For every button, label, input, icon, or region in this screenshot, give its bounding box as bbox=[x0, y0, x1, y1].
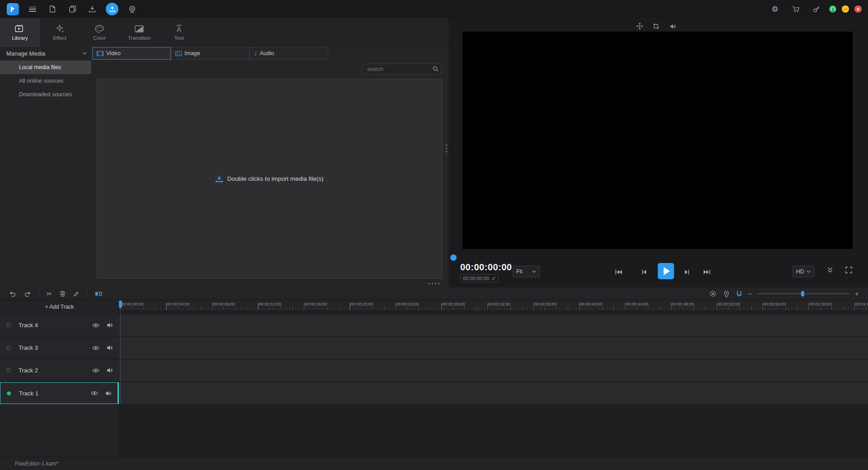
zoom-in-button[interactable]: + bbox=[852, 287, 862, 300]
import-button[interactable] bbox=[85, 2, 99, 16]
media-import-drop-area[interactable]: Double clicks to import media file(s) bbox=[96, 79, 443, 279]
track-target-indicator[interactable] bbox=[6, 323, 10, 327]
undo-button[interactable] bbox=[9, 291, 16, 297]
next-frame-button[interactable] bbox=[681, 268, 692, 276]
track-visibility-button[interactable] bbox=[91, 321, 101, 330]
seek-handle[interactable] bbox=[450, 254, 457, 261]
new-project-button[interactable] bbox=[45, 2, 60, 16]
pin-icon bbox=[724, 291, 729, 297]
split-button[interactable] bbox=[95, 291, 102, 297]
music-note-icon: ♪ bbox=[254, 51, 257, 56]
transform-move-button[interactable] bbox=[635, 21, 645, 31]
snap-toggle-button[interactable] bbox=[734, 287, 744, 300]
zoom-slider-handle[interactable] bbox=[801, 291, 804, 296]
track-lane[interactable] bbox=[119, 382, 868, 404]
text-icon bbox=[175, 24, 184, 33]
delete-button[interactable] bbox=[60, 291, 66, 297]
tab-text[interactable]: Text bbox=[159, 18, 199, 47]
panel-resize-handle-vertical[interactable] bbox=[446, 145, 447, 155]
track-header-selected[interactable]: Track 1 bbox=[0, 382, 119, 404]
marker-button[interactable] bbox=[722, 287, 731, 300]
track-mute-button[interactable] bbox=[105, 321, 115, 330]
manage-media-dropdown[interactable]: Manage Media bbox=[0, 47, 91, 60]
track-lane[interactable] bbox=[119, 337, 868, 359]
track-visibility-button[interactable] bbox=[91, 366, 101, 375]
fit-select[interactable]: Fit bbox=[513, 266, 540, 277]
sidebar-item-downloaded-sources[interactable]: Downloaded sources bbox=[0, 88, 91, 101]
track-header[interactable]: Track 2 bbox=[0, 360, 119, 381]
download-icon bbox=[89, 5, 96, 13]
projects-button[interactable] bbox=[65, 2, 80, 16]
export-button[interactable] bbox=[105, 2, 119, 16]
headset-icon bbox=[830, 7, 835, 11]
cut-button[interactable]: ✂ bbox=[47, 291, 52, 297]
edit-button[interactable] bbox=[73, 291, 79, 297]
duration-timecode: 00:00:00:00 bbox=[460, 274, 499, 282]
preview-volume-button[interactable] bbox=[668, 21, 678, 31]
tab-effect[interactable]: Effect bbox=[40, 18, 80, 47]
ruler-label: 00:00:16;00 bbox=[304, 301, 327, 306]
track-lane[interactable] bbox=[119, 315, 868, 336]
login-button[interactable] bbox=[809, 2, 824, 16]
tab-library[interactable]: Library bbox=[0, 18, 40, 47]
crop-button[interactable] bbox=[651, 21, 661, 31]
fullscreen-button[interactable] bbox=[845, 267, 852, 273]
speaker-icon bbox=[670, 24, 677, 29]
track-header[interactable]: Track 3 bbox=[0, 337, 119, 359]
track-mute-button[interactable] bbox=[104, 389, 113, 398]
track-target-indicator[interactable] bbox=[6, 346, 10, 350]
track-target-indicator[interactable] bbox=[7, 391, 11, 395]
tab-transition[interactable]: Transition bbox=[119, 18, 159, 47]
redo-button[interactable] bbox=[24, 291, 31, 297]
track-target-indicator[interactable] bbox=[6, 368, 10, 372]
app-logo bbox=[5, 2, 20, 16]
media-type-tab-video[interactable]: Video bbox=[92, 47, 171, 60]
chevron-down-icon bbox=[82, 52, 87, 55]
pencil-icon bbox=[73, 291, 79, 297]
search-input[interactable] bbox=[363, 64, 442, 75]
zoom-out-button[interactable]: − bbox=[745, 287, 755, 300]
track-header[interactable]: Track 4 bbox=[0, 315, 119, 336]
transition-icon bbox=[135, 25, 144, 33]
ruler-label: 00:00:08;00 bbox=[212, 301, 235, 306]
add-track-button[interactable]: + Add Track bbox=[0, 303, 119, 311]
play-button[interactable] bbox=[658, 263, 674, 279]
ruler-label: 00:00:12;00 bbox=[259, 301, 281, 306]
minimize-button[interactable]: – bbox=[842, 5, 849, 13]
support-button[interactable] bbox=[829, 5, 836, 13]
tab-color[interactable]: Color bbox=[80, 18, 119, 47]
playhead-marker[interactable] bbox=[119, 301, 122, 308]
tab-label: Text bbox=[174, 35, 184, 41]
statusbar: PawEditor-1.kam* bbox=[0, 457, 868, 470]
store-button[interactable] bbox=[788, 2, 803, 16]
sidebar-item-local-media[interactable]: Local media files bbox=[0, 61, 91, 74]
menu-button[interactable] bbox=[25, 2, 40, 16]
track-name: Track 2 bbox=[19, 367, 91, 374]
jump-start-button[interactable] bbox=[613, 268, 624, 276]
track-mute-button[interactable] bbox=[105, 343, 115, 352]
track-name: Track 1 bbox=[19, 390, 90, 397]
close-button[interactable]: × bbox=[854, 5, 862, 13]
prev-frame-button[interactable] bbox=[638, 268, 649, 276]
track-lane[interactable] bbox=[119, 360, 868, 381]
upload-icon bbox=[109, 6, 115, 12]
jump-end-button[interactable] bbox=[702, 268, 712, 276]
keyframe-button[interactable] bbox=[708, 287, 718, 300]
collapse-preview-button[interactable] bbox=[827, 267, 833, 273]
edit-pencil-icon[interactable] bbox=[491, 276, 496, 281]
timeline-panel: ✂ − + bbox=[0, 287, 868, 457]
track-mute-button[interactable] bbox=[105, 366, 115, 375]
track-visibility-button[interactable] bbox=[91, 343, 101, 352]
settings-button[interactable]: ⚙ bbox=[768, 2, 782, 16]
minus-icon: − bbox=[748, 291, 752, 297]
eye-icon bbox=[92, 323, 99, 328]
panel-resize-handle-horizontal[interactable] bbox=[429, 283, 440, 284]
track-visibility-button[interactable] bbox=[90, 389, 99, 398]
media-type-tab-audio[interactable]: ♪ Audio bbox=[250, 47, 328, 60]
sidebar-item-online-sources[interactable]: All online sources bbox=[0, 74, 91, 88]
timeline-ruler[interactable]: 00:00:00;00 00:00:04;00 00:00:08;00 00:0… bbox=[119, 300, 868, 310]
media-type-tab-image[interactable]: Image bbox=[171, 47, 250, 60]
record-button[interactable] bbox=[125, 2, 139, 16]
eye-icon bbox=[92, 345, 99, 351]
quality-select[interactable]: HD bbox=[793, 266, 814, 277]
